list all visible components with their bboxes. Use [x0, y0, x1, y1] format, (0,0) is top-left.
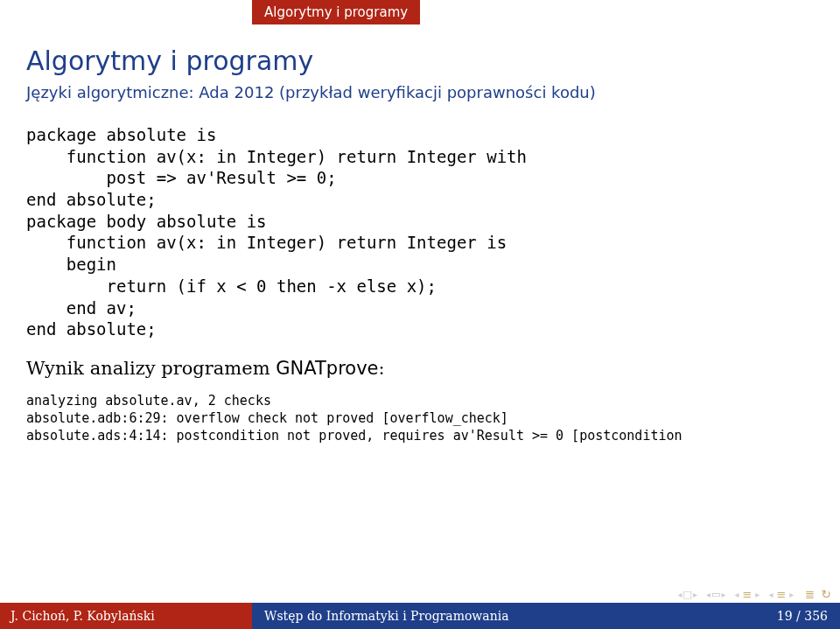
nav-next-icon[interactable]: ▸ — [693, 590, 697, 599]
nav-prev-icon[interactable]: ◂ — [677, 590, 682, 599]
footer-right: Wstęp do Informatyki i Programowania 19 … — [252, 603, 840, 629]
nav-frame-group[interactable]: ◂ □ ▸ — [677, 589, 696, 600]
section-tab: Algorytmy i programy — [252, 0, 420, 24]
nav-section-group[interactable]: ◂ ≡ ▸ — [734, 588, 760, 601]
nav-next-icon[interactable]: ▸ — [755, 590, 760, 599]
footer-bar: J. Cichoń, P. Kobylański Wstęp do Inform… — [0, 603, 840, 629]
nav-prev-icon[interactable]: ◂ — [734, 590, 738, 599]
slide-subtitle: Języki algorytmiczne: Ada 2012 (przykład… — [26, 83, 814, 101]
slide-title: Algorytmy i programy — [26, 45, 814, 76]
nav-doc-group[interactable]: ◂ ≡ ▸ — [768, 588, 794, 601]
beamer-nav-icons: ◂ □ ▸ ◂ ▭ ▸ ◂ ≡ ▸ ◂ ≡ ▸ ≣ ↻ — [677, 587, 831, 601]
footer-page: 19 / 356 — [777, 609, 828, 623]
nav-loop-icon[interactable]: ↻ — [821, 587, 831, 601]
nav-subsection-icon: ▭ — [711, 589, 720, 600]
nav-prev-icon[interactable]: ◂ — [768, 590, 773, 599]
nav-subsection-group[interactable]: ◂ ▭ ▸ — [706, 589, 725, 600]
code-block: package absolute is function av(x: in In… — [26, 124, 814, 340]
nav-goto-icon[interactable]: ≣ — [805, 588, 815, 601]
nav-section-icon: ≡ — [742, 588, 752, 601]
nav-frame-icon: □ — [683, 589, 692, 600]
nav-next-icon[interactable]: ▸ — [721, 590, 725, 599]
analysis-heading: Wynik analizy programem GNATprove: — [26, 358, 814, 379]
analysis-heading-prefix: Wynik analizy programem — [26, 358, 276, 379]
footer-authors: J. Cichoń, P. Kobylański — [0, 603, 252, 629]
nav-doc-icon: ≡ — [776, 588, 786, 601]
nav-prev-icon[interactable]: ◂ — [706, 590, 710, 599]
slide-content: Algorytmy i programy Języki algorytmiczn… — [0, 0, 840, 445]
footer-title: Wstęp do Informatyki i Programowania — [264, 609, 509, 623]
analysis-heading-suffix: : — [379, 358, 385, 379]
analysis-output: analyzing absolute.av, 2 checks absolute… — [26, 392, 814, 445]
analysis-heading-tool: GNATprove — [276, 358, 378, 379]
nav-next-icon[interactable]: ▸ — [789, 590, 794, 599]
